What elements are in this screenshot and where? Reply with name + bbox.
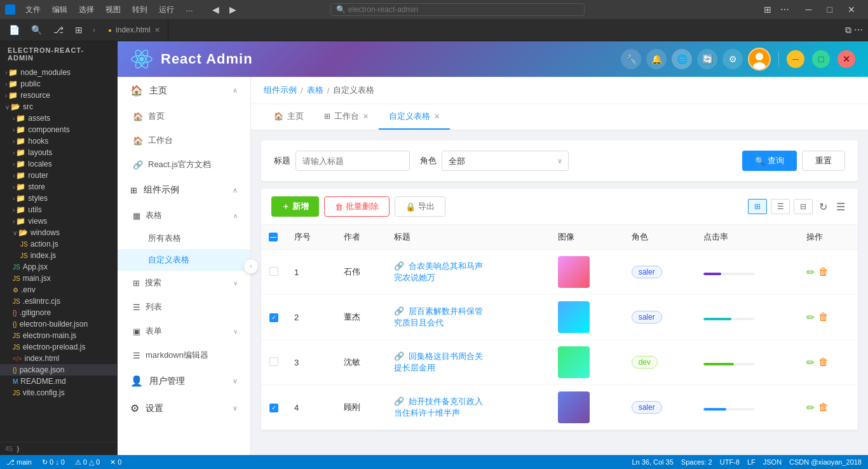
menu-view[interactable]: 视图 (100, 3, 126, 17)
sidebar-item-locales[interactable]: › 📁 locales (0, 158, 117, 170)
nav-sub-workbench[interactable]: 🏠 工作台 (118, 128, 250, 153)
sidebar-item-eslintrc[interactable]: JS .eslintrc.cjs (0, 296, 117, 307)
nav-sub-reactjs[interactable]: 🔗 React.js官方文档 (118, 153, 250, 177)
row2-title-link[interactable]: 层百素解数并科保管究质目且会代 (394, 306, 484, 327)
export-button[interactable]: 🔒 导出 (395, 196, 445, 217)
page-tab-custom[interactable]: 自定义表格 ✕ (379, 104, 450, 130)
more-actions[interactable]: ⋯ (854, 25, 863, 35)
nav-sub-homepage[interactable]: 🏠 首页 (118, 104, 250, 128)
header-icon-lang[interactable]: 🌐 (672, 49, 692, 69)
sidebar-item-utils[interactable]: › 📁 utils (0, 204, 117, 215)
nav-item-usermgmt[interactable]: 👤 用户管理 ∨ (118, 367, 250, 395)
sidebar-item-readme[interactable]: M README.md (0, 376, 117, 387)
sidebar-item-indexhtml[interactable]: </> index.html (0, 353, 117, 364)
header-icon-bell[interactable]: 🔔 (646, 49, 667, 69)
more-btn[interactable]: ⋯ (776, 4, 793, 15)
sidebar-item-index[interactable]: JS index.js (0, 250, 117, 261)
win-maximize[interactable]: □ (820, 0, 840, 19)
row1-edit-btn[interactable]: ✏ (806, 266, 815, 278)
sidebar-item-router[interactable]: › 📁 router (0, 170, 117, 181)
activitybar-source[interactable]: ⎇ (50, 24, 67, 36)
nav-item-components[interactable]: ⊞ 组件示例 ∧ (118, 177, 250, 203)
row4-checkbox[interactable]: ✓ (269, 404, 278, 412)
win-close[interactable]: ✕ (840, 0, 863, 19)
nav-sub-list[interactable]: ☰ 列表 (118, 295, 250, 319)
nav-sub-custom-table[interactable]: 自定义表格 (118, 249, 250, 271)
vsc-tab-1[interactable]: ● index.html ✕ (100, 19, 168, 41)
nav-item-settings[interactable]: ⚙ 设置 ∨ (118, 395, 250, 422)
sidebar-item[interactable]: › 📁 node_modules (0, 67, 117, 78)
titlebar-search-box[interactable]: 🔍 (330, 3, 585, 16)
sidebar-item-assets[interactable]: › 📁 assets (0, 112, 117, 124)
view-btn-list[interactable]: ☰ (771, 199, 790, 214)
app-minimize[interactable]: ─ (787, 50, 804, 68)
tab-close[interactable]: ✕ (154, 26, 160, 34)
titlebar-search-input[interactable] (348, 5, 579, 14)
row2-checkbox[interactable]: ✓ (269, 313, 278, 322)
header-icon-refresh[interactable]: 🔄 (697, 49, 717, 69)
sidebar-item-env[interactable]: ⚙ .env (0, 284, 117, 296)
sidebar-item-store[interactable]: › 📁 store (0, 181, 117, 193)
menu-more[interactable]: … (180, 3, 198, 17)
toolbar-refresh-btn[interactable]: ↻ (817, 201, 830, 213)
view-btn-grid[interactable]: ⊞ (748, 199, 767, 214)
header-icon-settings[interactable]: ⚙ (722, 49, 743, 69)
sidebar-item-windows[interactable]: ∨ 📂 windows (0, 227, 117, 238)
sidebar-item-emain[interactable]: JS electron-main.js (0, 330, 117, 341)
workbench-tab-close[interactable]: ✕ (363, 112, 369, 121)
sidebar-item-hooks[interactable]: › 📁 hooks (0, 135, 117, 147)
layout-btn[interactable]: ⊞ (760, 4, 775, 15)
row4-edit-btn[interactable]: ✏ (806, 402, 815, 414)
header-checkbox[interactable]: ─ (269, 233, 278, 241)
activitybar-debug[interactable]: ⊞ (71, 24, 86, 36)
menu-file[interactable]: 文件 (20, 3, 46, 17)
nav-sub-all-tables[interactable]: 所有表格 (118, 228, 250, 249)
row3-title-link[interactable]: 回集格这目书周合关提长层金用 (394, 351, 484, 372)
split-editor[interactable]: ⧉ (845, 25, 851, 36)
row2-edit-btn[interactable]: ✏ (806, 311, 815, 323)
nav-collapse-btn[interactable]: ‹ (243, 259, 259, 274)
menu-run[interactable]: 运行 (154, 3, 179, 17)
view-btn-card[interactable]: ⊟ (794, 199, 813, 214)
sidebar-item-action[interactable]: JS action.js (0, 238, 117, 250)
page-tab-workbench[interactable]: ⊞ 工作台 ✕ (314, 104, 379, 130)
row4-title-link[interactable]: 始开技件备克引政入当住科许十维半声 (394, 397, 484, 418)
batch-delete-button[interactable]: 🗑 批量删除 (324, 196, 390, 217)
win-minimize[interactable]: ─ (798, 0, 820, 19)
sidebar-item-epreload[interactable]: JS electron-preload.js (0, 341, 117, 353)
nav-sub-form[interactable]: ▣ 表单 ∨ (118, 319, 250, 343)
menu-go[interactable]: 转到 (127, 3, 153, 17)
sidebar-item-views[interactable]: › 📁 views (0, 215, 117, 227)
sidebar-item-layouts[interactable]: › 📁 layouts (0, 147, 117, 158)
sidebar-item[interactable]: › 📁 public (0, 78, 117, 90)
sidebar-item-src[interactable]: ∨ 📂 src (0, 101, 117, 112)
menu-selection[interactable]: 选择 (74, 3, 99, 17)
row1-delete-btn[interactable]: 🗑 (818, 266, 829, 278)
breadcrumb-table[interactable]: 表格 (307, 85, 323, 96)
nav-sub-table[interactable]: ▦ 表格 ∧ (118, 203, 250, 228)
nav-sub-search[interactable]: ⊞ 搜索 ∨ (118, 271, 250, 295)
activitybar-search[interactable]: 🔍 (27, 24, 46, 36)
sidebar-item-main[interactable]: JS main.jsx (0, 273, 117, 284)
role-select[interactable]: 全部 saler dev admin (442, 151, 569, 171)
activitybar-explorer[interactable]: 📄 (5, 24, 24, 36)
row4-delete-btn[interactable]: 🗑 (818, 402, 829, 413)
nav-back[interactable]: ◀ (208, 3, 223, 16)
title-search-input[interactable] (295, 151, 410, 171)
sidebar-item-gitignore[interactable]: {} .gitignore (0, 307, 117, 318)
sidebar-item-packagejson[interactable]: {} package.json (0, 364, 117, 376)
row3-delete-btn[interactable]: 🗑 (818, 357, 829, 368)
sidebar-item-vite[interactable]: JS vite.config.js (0, 387, 117, 398)
row3-edit-btn[interactable]: ✏ (806, 357, 815, 369)
nav-sub-markdown[interactable]: ☰ markdown编辑器 (118, 343, 250, 367)
nav-forward[interactable]: ▶ (226, 3, 240, 16)
query-button[interactable]: 🔍 查询 (742, 151, 797, 171)
row2-delete-btn[interactable]: 🗑 (818, 311, 829, 323)
sidebar-item-styles[interactable]: › 📁 styles (0, 193, 117, 204)
app-maximize[interactable]: □ (812, 50, 830, 68)
toolbar-column-btn[interactable]: ☰ (834, 201, 848, 213)
page-tab-home[interactable]: 🏠 主页 (264, 104, 314, 130)
custom-tab-close[interactable]: ✕ (434, 112, 440, 121)
app-close[interactable]: ✕ (837, 50, 855, 68)
row3-checkbox[interactable] (269, 357, 278, 366)
